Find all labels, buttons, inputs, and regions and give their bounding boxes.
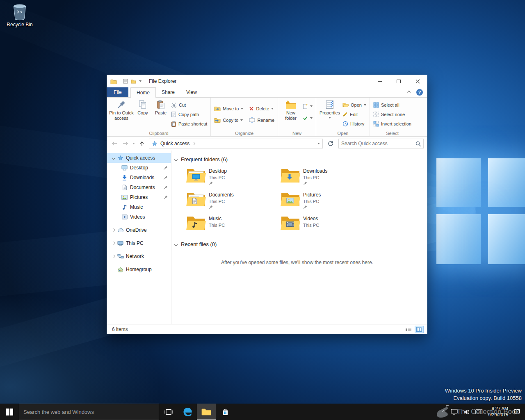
edge-button[interactable]: [178, 404, 197, 420]
folder-location: This PC: [209, 199, 234, 204]
easy-access-button[interactable]: [301, 114, 314, 122]
new-item-button[interactable]: [301, 102, 314, 110]
copy-button[interactable]: Copy: [134, 99, 152, 116]
folder-tile-pictures[interactable]: Pictures This PC: [281, 191, 371, 209]
tab-view[interactable]: View: [180, 87, 203, 97]
move-to-button[interactable]: Move to: [213, 105, 244, 112]
folder-location: This PC: [209, 175, 227, 180]
collapse-chevron-icon[interactable]: [112, 242, 115, 245]
minimize-button[interactable]: [370, 75, 389, 87]
collapse-chevron-icon[interactable]: [112, 228, 115, 232]
paste-button[interactable]: Paste: [152, 99, 170, 116]
sidebar-item-downloads[interactable]: Downloads: [107, 173, 171, 183]
sidebar-item-onedrive[interactable]: OneDrive: [107, 225, 171, 235]
title-bar[interactable]: File Explorer: [107, 75, 427, 87]
ribbon-group-select: Select all Select none Invert selection …: [370, 98, 415, 136]
maximize-button[interactable]: [389, 75, 408, 87]
folder-name: Videos: [303, 216, 319, 221]
sidebar-item-videos[interactable]: Videos: [107, 212, 171, 222]
delete-button[interactable]: Delete: [248, 105, 276, 112]
refresh-icon: [328, 141, 333, 146]
help-icon[interactable]: ?: [416, 89, 423, 96]
this-pc-icon: [117, 241, 124, 246]
collapse-chevron-icon[interactable]: [112, 255, 115, 258]
properties-button[interactable]: Properties: [318, 99, 341, 119]
folder-tile-videos[interactable]: Videos This PC: [281, 215, 371, 231]
frequent-folders-grid: Desktop This PC: [175, 167, 420, 231]
paste-shortcut-button[interactable]: Paste shortcut: [170, 120, 208, 128]
back-button[interactable]: [110, 141, 119, 146]
sidebar-item-quick-access[interactable]: Quick access: [107, 153, 171, 163]
folder-name: Desktop: [209, 168, 227, 174]
pin-icon: [209, 205, 234, 209]
start-button[interactable]: [0, 404, 19, 420]
details-view-button[interactable]: [404, 326, 413, 333]
properties-icon: [326, 100, 334, 109]
folder-location: This PC: [209, 223, 225, 228]
group-label-open: Open: [316, 131, 370, 136]
folder-tile-documents[interactable]: Documents This PC: [186, 191, 276, 209]
folder-icon: [281, 191, 300, 207]
minimize-ribbon-icon[interactable]: [407, 91, 411, 94]
store-button[interactable]: [216, 404, 235, 420]
address-dropdown-icon[interactable]: [317, 143, 320, 144]
cut-button[interactable]: Cut: [170, 101, 208, 109]
pin-icon: [303, 181, 327, 185]
window-controls: [370, 75, 427, 87]
up-button[interactable]: [138, 141, 146, 146]
breadcrumb[interactable]: Quick access: [149, 139, 323, 148]
breadcrumb-item[interactable]: Quick access: [160, 141, 189, 146]
close-button[interactable]: [408, 75, 427, 87]
frequent-folders-header: Frequent folders (6): [175, 156, 420, 162]
collapse-section-icon[interactable]: [174, 242, 178, 246]
search-icon[interactable]: [415, 141, 421, 146]
chevron-down-icon: [310, 117, 313, 119]
expand-chevron-icon[interactable]: [112, 156, 115, 160]
tab-home[interactable]: Home: [130, 87, 156, 98]
forward-button[interactable]: [121, 141, 130, 146]
collapse-section-icon[interactable]: [174, 158, 178, 161]
large-icons-view-button[interactable]: [415, 326, 424, 333]
invert-selection-button[interactable]: Invert selection: [372, 120, 413, 128]
new-folder-button[interactable]: New folder: [280, 99, 301, 121]
sidebar-item-pictures[interactable]: Pictures: [107, 192, 171, 202]
explorer-search-input[interactable]: [341, 141, 414, 146]
sidebar-item-network[interactable]: Network: [107, 251, 171, 261]
tab-file[interactable]: File: [107, 87, 128, 97]
folder-tile-desktop[interactable]: Desktop This PC: [186, 167, 276, 185]
breadcrumb-chevron-icon[interactable]: [192, 142, 195, 145]
minimize-icon: [378, 81, 382, 82]
rename-button[interactable]: Rename: [248, 116, 276, 124]
edit-button[interactable]: Edit: [341, 110, 368, 118]
recycle-bin[interactable]: Recycle Bin: [4, 3, 35, 27]
sidebar-item-this-pc[interactable]: This PC: [107, 238, 171, 248]
qat-new-folder-icon[interactable]: [131, 79, 136, 84]
sidebar-item-documents[interactable]: Documents: [107, 183, 171, 192]
collection-watermark-text: The Collection Book: [457, 408, 519, 416]
folder-tile-downloads[interactable]: Downloads This PC: [281, 167, 371, 185]
task-view-button[interactable]: [159, 404, 178, 420]
history-button[interactable]: History: [341, 120, 368, 128]
recent-locations-chevron-icon[interactable]: [132, 143, 135, 144]
copy-path-button[interactable]: Copy path: [170, 110, 208, 118]
file-explorer-taskbar-button[interactable]: [197, 404, 216, 420]
qat-properties-icon[interactable]: [123, 79, 128, 84]
sidebar-item-label: Videos: [130, 214, 145, 220]
tab-share[interactable]: Share: [156, 87, 180, 97]
qat-customize-chevron-icon[interactable]: [139, 80, 142, 82]
videos-badge-icon: [286, 221, 294, 227]
copy-to-button[interactable]: Copy to: [213, 116, 244, 124]
select-none-button[interactable]: Select none: [372, 110, 413, 118]
sidebar-item-music[interactable]: Music: [107, 202, 171, 212]
select-all-button[interactable]: Select all: [372, 101, 413, 109]
taskbar-search-input[interactable]: [23, 409, 155, 415]
pushpin-icon: [117, 100, 126, 109]
item-count: 6 items: [112, 326, 128, 332]
refresh-button[interactable]: [326, 141, 336, 146]
sidebar-item-homegroup[interactable]: Homegroup: [107, 265, 171, 274]
folder-tile-music[interactable]: Music This PC: [186, 215, 276, 231]
open-button[interactable]: Open: [341, 101, 368, 109]
sidebar-item-desktop[interactable]: Desktop: [107, 163, 171, 173]
pin-to-quick-access-button[interactable]: Pin to Quick access: [109, 99, 134, 121]
quick-access-icon: [117, 155, 124, 161]
